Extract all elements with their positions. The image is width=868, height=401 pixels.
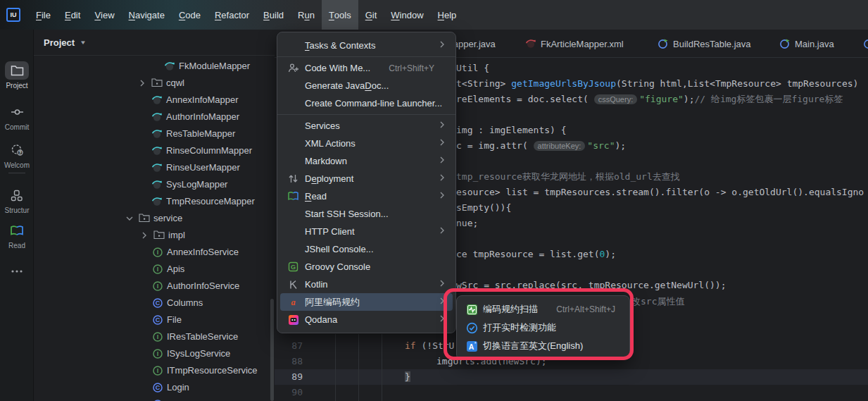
menu-item-label: Read (305, 191, 327, 202)
menubar-item-tools[interactable]: Tools (322, 0, 358, 30)
menu-item-label: XML Actions (305, 138, 356, 149)
code-token-p: sEmpty()){ (456, 202, 511, 213)
project-tree-item-rinseusermapper[interactable]: RinseUserMapper (34, 159, 275, 176)
tree-scrollbar[interactable] (270, 299, 274, 401)
activity-bar-item-read[interactable]: Read (0, 221, 34, 249)
menubar-item-run[interactable]: Run (291, 0, 322, 30)
submenu-arrow-icon (438, 226, 446, 237)
menu-item-code-with-me[interactable]: Code With Me...Ctrl+Shift+Y (280, 59, 453, 77)
chevron-down-icon[interactable] (125, 214, 134, 223)
project-tree-item-login[interactable]: CLogin (34, 379, 275, 396)
chevron-down-icon[interactable]: ▼ (80, 39, 87, 46)
activity-bar-item-structure[interactable]: Structur (0, 186, 34, 214)
menubar-item-edit[interactable]: Edit (58, 0, 87, 30)
menu-item-qodana[interactable]: Qodana (280, 311, 453, 328)
project-tree-item-annexinfoservice[interactable]: IAnnexInfoService (34, 244, 275, 261)
activity-bar-divider (8, 173, 25, 173)
project-tree-item-cqwl[interactable]: cqwl (34, 75, 275, 92)
menu-item-deployment[interactable]: Deployment (280, 170, 453, 187)
code-token-p: ); (605, 249, 616, 259)
menu-item-http-client[interactable]: HTTP Client (280, 223, 453, 240)
interface-icon: I (152, 331, 163, 343)
menu-item-label: Create Command-line Launcher... (305, 98, 442, 109)
menubar-item-navigate[interactable]: Navigate (122, 0, 172, 30)
project-tool-window: Project ▼ FkModuleMappercqwlAnnexInfoMap… (34, 30, 275, 401)
project-tree-item-authorinfoservice[interactable]: IAuthorInfoService (34, 278, 275, 295)
activity-bar: ProjectCommit?WelcomStructurRead (0, 30, 34, 401)
menu-item-services[interactable]: Services (280, 117, 453, 135)
editor-tab-buildrestable-java[interactable]: BuildResTable.java (658, 30, 751, 58)
menu-item-read[interactable]: Read (280, 187, 453, 205)
project-panel-header[interactable]: Project ▼ (34, 30, 275, 56)
commit-icon (5, 103, 29, 121)
menu-item-create-cli-launcher[interactable]: Create Command-line Launcher... (280, 94, 453, 112)
qodana-icon (287, 314, 299, 326)
project-tree-item-impl[interactable]: impl (34, 227, 275, 244)
project-tree-item-service[interactable]: service (34, 210, 275, 227)
tree-item-label: ResTableMapper (166, 125, 235, 142)
menubar-item-code[interactable]: Code (172, 0, 208, 30)
indent-guide (382, 334, 382, 401)
project-tree-item-annexinfomapper[interactable]: AnnexInfoMapper (34, 92, 275, 109)
mapper-icon (151, 162, 163, 173)
current-line-highlight (275, 369, 868, 385)
project-tree-item-syslogmapper[interactable]: SysLogMapper (34, 176, 275, 193)
svg-text:I: I (157, 367, 159, 374)
editor-tab-main-java[interactable]: Main.java (779, 30, 834, 58)
project-tree-item-columns[interactable]: CColumns (34, 295, 275, 311)
editor-tab-fkarticlemapper-xml[interactable]: FkArticleMapper.xml (525, 30, 624, 58)
editor-tab[interactable] (863, 30, 868, 58)
activity-bar-item-welcome[interactable]: ?Welcom (0, 141, 34, 169)
menubar-item-file[interactable]: File (29, 0, 58, 30)
code-token-b: } (405, 371, 410, 382)
project-tree-item-authorinfomapper[interactable]: AuthorInfoMapper (34, 109, 275, 125)
project-tree-item-file[interactable]: CFile (34, 311, 275, 328)
project-tree-item-rinsecolumnmapper[interactable]: RinseColumnMapper (34, 142, 275, 159)
activity-bar-item-more[interactable] (0, 262, 34, 280)
mapper-icon (164, 61, 175, 72)
menu-item-start-ssh-session[interactable]: Start SSH Session... (280, 205, 453, 223)
intellij-logo-icon[interactable]: IU (6, 8, 20, 22)
menubar-item-help[interactable]: Help (431, 0, 464, 30)
code-line: c = img.attr( attributeKey:"src"); (456, 138, 626, 154)
menu-item-alibaba-guidelines[interactable]: a阿里编码规约 (280, 293, 453, 311)
menu-item-markdown[interactable]: Markdown (280, 152, 453, 170)
project-tree-item-itmpresourceservice[interactable]: IITmpResourceService (34, 362, 275, 379)
project-tree-item-tmpresourcemapper[interactable]: TmpResourceMapper (34, 193, 275, 210)
menubar-item-git[interactable]: Git (358, 0, 384, 30)
menu-item-label: 阿里编码规约 (305, 296, 360, 309)
activity-bar-item-commit[interactable]: Commit (0, 103, 34, 131)
project-tree-item-apis[interactable]: IApis (34, 261, 275, 278)
mapper-icon (151, 196, 163, 207)
menubar-item-window[interactable]: Window (384, 0, 430, 30)
svg-text:I: I (157, 266, 159, 273)
project-tree-item[interactable]: C (34, 396, 275, 401)
code-line: img : imgElements) { (456, 123, 567, 138)
tree-item-label: FkModuleMapper (179, 58, 250, 75)
menu-item-kotlin[interactable]: Kotlin (280, 276, 453, 293)
menubar-item-refactor[interactable]: Refactor (208, 0, 256, 30)
menubar-item-view[interactable]: View (87, 0, 121, 30)
project-icon (5, 61, 29, 80)
tree-item-label: Columns (167, 295, 203, 311)
tree-item-label: AnnexInfoService (167, 244, 239, 261)
menu-item-xml-actions[interactable]: XML Actions (280, 135, 453, 152)
code-token-p: ); (684, 94, 695, 104)
project-tree-item-fkmodulemapper[interactable]: FkModuleMapper (34, 58, 275, 75)
tab-label: FkArticleMapper.xml (541, 39, 624, 49)
menu-item-generate-javadoc[interactable]: Generate JavaDoc... (280, 77, 453, 94)
java-class-icon (779, 38, 791, 49)
svg-text:C: C (156, 316, 161, 323)
menu-item-label: Start SSH Session... (305, 209, 389, 219)
project-tree-item-restablemapper[interactable]: ResTableMapper (34, 125, 275, 142)
activity-bar-item-project[interactable]: Project (0, 61, 34, 90)
project-tree-item-irestableservice[interactable]: IIResTableService (34, 328, 275, 345)
menu-item-tasks-contexts[interactable]: Tasks & Contexts (280, 37, 453, 54)
chevron-right-icon[interactable] (140, 231, 149, 240)
code-line: ce tmpResource = list.get(0); (456, 247, 616, 262)
project-tree-item-isyslogservice[interactable]: IISysLogService (34, 345, 275, 362)
menubar-item-build[interactable]: Build (256, 0, 291, 30)
menu-item-groovy-console[interactable]: GGroovy Console (280, 258, 453, 276)
chevron-right-icon[interactable] (138, 79, 146, 87)
menu-item-jshell-console[interactable]: JShell Console... (280, 240, 453, 258)
